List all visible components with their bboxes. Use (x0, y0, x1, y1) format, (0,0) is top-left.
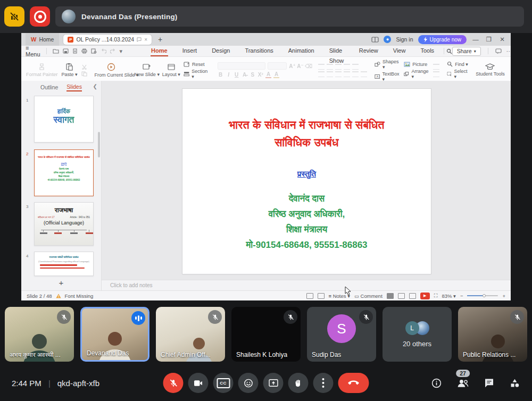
student-tools-button[interactable]: Student Tools (476, 63, 504, 77)
paste-button[interactable]: Paste ▾ (62, 63, 78, 77)
participant-tile[interactable]: अभय कुमार अवस्थी ... (5, 307, 74, 362)
from-current-slide-button[interactable]: From Current Slide ▾ (95, 63, 128, 78)
tab-design[interactable]: Design (211, 46, 230, 56)
columns-button[interactable] (361, 71, 367, 77)
comment-panel-icon[interactable] (495, 48, 502, 54)
align-left-button[interactable] (318, 71, 325, 77)
decrease-font-icon[interactable]: A⁻ (297, 63, 303, 69)
layout-button[interactable]: Layout ▾ (163, 63, 180, 77)
slide-master-icon[interactable] (318, 293, 325, 299)
slide-thumbnail-2-selected[interactable]: भारत के संविधान में राजभाषा से संबंधित स… (34, 149, 94, 196)
ribbon-search-icon[interactable] (446, 48, 452, 54)
meeting-details-button[interactable] (431, 378, 442, 389)
slide-setup-icon[interactable] (306, 293, 313, 299)
align-right-button[interactable] (335, 71, 342, 77)
tab-review[interactable]: Review (359, 46, 379, 56)
increase-indent-button[interactable] (344, 64, 350, 70)
current-slide[interactable]: भारत के संविधान में राजभाषा से संबंधित स… (182, 89, 431, 274)
outline-tab[interactable]: Outline (40, 84, 58, 90)
slide-thumbnail-4[interactable]: राजभाषा संबंधी सांविधिक उपबंध (Constitut… (34, 252, 94, 276)
tab-home[interactable]: Home (151, 46, 168, 56)
overflow-participants-tile[interactable]: L 20 others (383, 307, 452, 362)
superscript-button[interactable]: X² (257, 72, 263, 78)
slide-sorter-view-icon[interactable] (398, 293, 405, 299)
shadow-button[interactable]: S (250, 72, 255, 78)
redo-icon[interactable] (110, 48, 116, 54)
align-center-button[interactable] (327, 71, 333, 77)
font-size-box[interactable] (268, 62, 287, 70)
recording-button[interactable] (30, 6, 50, 27)
numbering-button[interactable] (327, 64, 333, 70)
more-options-icon[interactable]: ⋯ (506, 48, 511, 55)
section-button[interactable]: Section ▾ (184, 69, 210, 79)
new-slide-button[interactable]: New Slide ▾ (135, 63, 159, 77)
clear-format-icon[interactable]: ⌫ (305, 63, 311, 69)
tab-view[interactable]: View (393, 46, 406, 56)
participant-tile[interactable]: Public Relations ... (458, 307, 527, 362)
line-spacing-button[interactable] (352, 71, 359, 77)
wps-home-tab[interactable]: W Home (26, 33, 59, 46)
strikethrough-button[interactable]: A̶ (242, 72, 247, 78)
normal-view-icon[interactable] (387, 293, 394, 299)
tab-tools[interactable]: Tools (420, 46, 435, 56)
table-button[interactable] (433, 71, 439, 77)
slide-editor-canvas[interactable]: भारत के संविधान में राजभाषा से संबंधित स… (102, 81, 511, 290)
camera-button[interactable] (188, 373, 209, 393)
maximize-window-button[interactable]: ❐ (485, 36, 493, 43)
highlight-button[interactable]: A (273, 71, 279, 78)
panel-scrollbar[interactable] (98, 132, 100, 157)
font-name-box[interactable] (218, 62, 265, 70)
decrease-indent-button[interactable] (335, 64, 342, 70)
format-painter-button[interactable]: Format Painter (26, 63, 58, 77)
zoom-level[interactable]: 83% ▾ (442, 293, 455, 299)
participants-button[interactable]: 27 (456, 378, 469, 388)
notes-input[interactable]: Click to add notes (102, 280, 511, 290)
chart-button[interactable] (433, 64, 439, 70)
underline-button[interactable]: U (234, 72, 239, 78)
reset-button[interactable]: Reset (184, 62, 210, 67)
new-tab-button[interactable]: + (158, 35, 162, 44)
select-button[interactable]: Select ▾ (447, 69, 468, 79)
zoom-out-button[interactable]: − (460, 293, 463, 299)
sign-in-link[interactable]: Sign in (396, 36, 413, 43)
fit-slide-icon[interactable]: ⛶ (434, 293, 438, 299)
bold-button[interactable]: B (218, 72, 223, 78)
italic-button[interactable]: I (226, 72, 231, 78)
reading-view-icon[interactable] (409, 293, 416, 299)
menu-button[interactable]: ≡ Menu (26, 45, 40, 57)
increase-font-icon[interactable]: A⁺ (289, 63, 295, 69)
font-missing-warning[interactable]: Font Missing (65, 293, 94, 299)
share-button[interactable]: Share▾ (452, 47, 481, 56)
save-icon[interactable] (63, 48, 69, 54)
collapse-panel-icon[interactable]: ❮ (93, 83, 97, 89)
cut-icon[interactable] (81, 64, 87, 70)
zoom-slider[interactable] (467, 295, 498, 296)
end-call-button[interactable] (338, 373, 369, 393)
mic-mute-button[interactable] (163, 373, 184, 393)
document-tab[interactable]: P OL Policy ...14.03.2024 × (63, 35, 152, 45)
slides-tab[interactable]: Slides (66, 83, 82, 91)
slide-thumbnail-3[interactable]: राजभाषा संविधान का भाग 17 Article : 343 … (34, 202, 94, 246)
toolbar-dropdown-icon[interactable]: ▾ (120, 48, 123, 55)
minimize-window-button[interactable]: — (471, 36, 480, 43)
print-preview-icon[interactable] (91, 48, 97, 54)
participant-tile[interactable]: Chief Admin Off... (156, 307, 225, 362)
tab-slide-show[interactable]: Slide Show (329, 46, 345, 56)
export-icon[interactable] (72, 48, 78, 54)
participant-tile[interactable]: S Sudip Das (307, 307, 376, 362)
comment-toggle[interactable]: ▭ Comment (354, 293, 383, 299)
copy-icon[interactable] (81, 71, 87, 77)
zoom-in-button[interactable]: + (502, 293, 505, 299)
undo-icon[interactable] (101, 48, 106, 54)
raise-hand-button[interactable] (288, 373, 309, 393)
slideshow-play-button[interactable]: ▶ (420, 293, 430, 299)
chat-button[interactable] (484, 378, 495, 388)
activities-button[interactable] (509, 378, 520, 389)
participant-tile[interactable]: Shailesh K Lohiya (231, 307, 301, 362)
slide-thumbnail-1[interactable]: हार्दिक स्वागत (34, 96, 94, 143)
justify-button[interactable] (344, 71, 350, 77)
participant-tile-active-speaker[interactable]: Devanand Das (80, 307, 149, 362)
font-color-button[interactable]: A (265, 71, 271, 78)
present-button[interactable] (263, 373, 284, 393)
more-options-button[interactable] (313, 373, 334, 393)
